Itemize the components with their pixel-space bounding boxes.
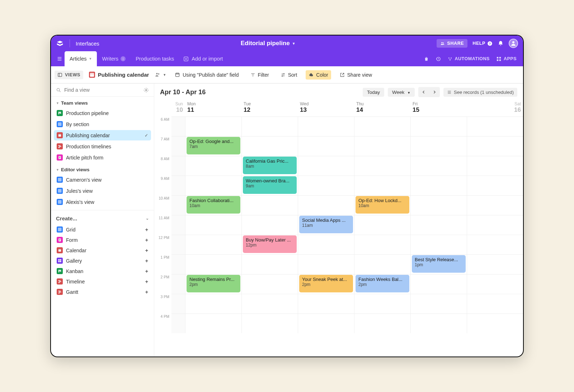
add-or-import-button[interactable]: Add or import — [183, 56, 223, 62]
create-header[interactable]: Create... ⌄ — [51, 210, 154, 224]
create-item[interactable]: Gallery+ — [51, 255, 154, 266]
item-label: Calendar — [66, 248, 86, 253]
views-button[interactable]: VIEWS — [55, 71, 83, 79]
today-button[interactable]: Today — [363, 88, 384, 97]
team-view-item[interactable]: Production pipeline — [54, 108, 151, 118]
tab-production-tasks[interactable]: Production tasks — [131, 51, 179, 66]
item-label: Jules's view — [66, 188, 93, 194]
date-range-title: Apr 10 - Apr 16 — [160, 89, 359, 96]
create-item[interactable]: Grid+ — [51, 224, 154, 235]
sort-button[interactable]: Sort — [278, 70, 300, 80]
tab-articles[interactable]: Articles ▼ — [65, 51, 97, 66]
filter-icon — [250, 72, 255, 77]
apps-button[interactable]: APPS — [496, 56, 517, 62]
color-icon — [309, 72, 314, 77]
day-column[interactable]: Op-Ed: Google and...7amFashion Collabora… — [185, 116, 241, 333]
help-button[interactable]: HELP ? — [472, 41, 493, 46]
day-number: 16 — [469, 106, 521, 114]
plus-icon: + — [145, 268, 148, 274]
team-view-item[interactable]: Production timelines — [54, 141, 151, 152]
create-item[interactable]: Gantt+ — [51, 287, 154, 297]
calendar-event[interactable]: Your Sneak Peek at...2pm — [299, 275, 353, 292]
calendar-event[interactable]: Social Media Apps ...11am — [299, 216, 353, 233]
svg-rect-48 — [58, 293, 60, 293]
gallery-icon — [57, 258, 63, 264]
date-field-button[interactable]: Using "Publish date" field — [172, 70, 241, 80]
day-column[interactable]: Social Media Apps ...11amYour Sneak Peek… — [298, 116, 354, 333]
plus-icon — [183, 56, 189, 62]
notifications-icon[interactable] — [498, 40, 504, 47]
day-number: 12 — [244, 106, 296, 114]
day-column[interactable]: Best Style Release...1pm — [410, 116, 467, 333]
day-column[interactable] — [171, 116, 185, 333]
topbar: Interfaces Editorial pipeline ▼ SHARE HE… — [51, 35, 523, 51]
collaborators-dropdown[interactable]: ▼ — [155, 72, 166, 78]
create-item[interactable]: Kanban+ — [51, 266, 154, 276]
calendar-event[interactable]: Best Style Release...1pm — [412, 255, 466, 273]
filter-label: Filter — [258, 72, 269, 78]
create-item[interactable]: Calendar+ — [51, 245, 154, 255]
cal-icon — [57, 132, 63, 138]
editor-view-item[interactable]: Jules's view — [54, 186, 151, 196]
interfaces-link[interactable]: Interfaces — [76, 40, 99, 47]
share-view-label: Share view — [347, 72, 372, 78]
current-view-name[interactable]: Publishing calendar — [89, 72, 149, 78]
base-title[interactable]: Editorial pipeline ▼ — [99, 40, 437, 47]
calendar-event[interactable]: Nesting Remains Pr...2pm — [187, 275, 240, 292]
see-records-button[interactable]: See records (1 unscheduled) — [443, 88, 517, 97]
search-input[interactable] — [64, 87, 141, 93]
calendar-event[interactable]: California Gas Pric...8am — [243, 157, 297, 174]
calendar-event[interactable]: Op-Ed: How Lockd...10am — [356, 196, 409, 214]
hour-label: 10 AM — [154, 195, 169, 215]
share-button[interactable]: SHARE — [437, 39, 467, 48]
avatar[interactable] — [509, 39, 518, 48]
team-views-header[interactable]: ▼ Team views — [51, 97, 154, 107]
automations-icon — [447, 56, 453, 62]
help-icon: ? — [487, 41, 493, 46]
team-view-item[interactable]: Publishing calendar✓ — [54, 130, 151, 140]
color-button[interactable]: Color — [306, 70, 331, 80]
day-column[interactable] — [467, 116, 523, 333]
editor-view-item[interactable]: Alexis's view — [54, 197, 151, 207]
automations-button[interactable]: AUTOMATIONS — [447, 56, 490, 62]
calendar-event[interactable]: Fashion Collaborati...10am — [187, 196, 240, 214]
plus-icon: + — [145, 279, 148, 285]
day-column[interactable]: California Gas Pric...8amWomen-owned Bra… — [241, 116, 298, 333]
editor-views-header[interactable]: ▼ Editor views — [51, 163, 154, 174]
calendar-event[interactable]: Women-owned Bra...9am — [243, 176, 297, 194]
gear-icon[interactable] — [144, 87, 149, 93]
svg-rect-15 — [90, 73, 94, 77]
plus-icon: + — [145, 237, 148, 243]
prev-week-button[interactable] — [418, 87, 429, 97]
calendar-event[interactable]: Fashion Weeks Bal...2pm — [356, 275, 409, 292]
svg-rect-27 — [59, 146, 61, 147]
share-icon — [340, 72, 345, 77]
create-item[interactable]: Form+ — [51, 235, 154, 245]
item-label: Gallery — [66, 258, 82, 264]
svg-rect-47 — [59, 292, 61, 292]
event-title: Women-owned Bra... — [246, 178, 294, 183]
view-mode-dropdown[interactable]: Week ▼ — [388, 88, 415, 97]
menu-icon[interactable] — [55, 56, 65, 62]
day-column[interactable]: Op-Ed: How Lockd...10amFashion Weeks Bal… — [354, 116, 410, 333]
share-view-button[interactable]: Share view — [337, 70, 375, 80]
check-icon: ✓ — [145, 133, 148, 138]
svg-rect-10 — [497, 57, 498, 58]
item-label: Alexis's view — [66, 199, 94, 205]
next-week-button[interactable] — [429, 87, 440, 97]
app-logo-icon[interactable] — [56, 39, 64, 47]
trash-icon[interactable] — [424, 56, 429, 62]
filter-button[interactable]: Filter — [248, 70, 272, 80]
tab-writers[interactable]: Writers i — [97, 51, 131, 66]
calendar-event[interactable]: Op-Ed: Google and...7am — [187, 137, 240, 154]
team-view-item[interactable]: Article pitch form — [54, 152, 151, 163]
create-item[interactable]: Timeline+ — [51, 276, 154, 287]
team-view-item[interactable]: By section — [54, 119, 151, 129]
calendar-event[interactable]: Buy Now/Pay Later ...12pm — [243, 235, 297, 253]
svg-rect-14 — [58, 73, 62, 76]
day-number: 11 — [187, 106, 239, 114]
history-icon[interactable] — [436, 56, 441, 62]
chevron-down-icon: ▼ — [292, 42, 296, 46]
editor-view-item[interactable]: Cameron's view — [54, 175, 151, 185]
view-name-label: Publishing calendar — [98, 72, 149, 78]
